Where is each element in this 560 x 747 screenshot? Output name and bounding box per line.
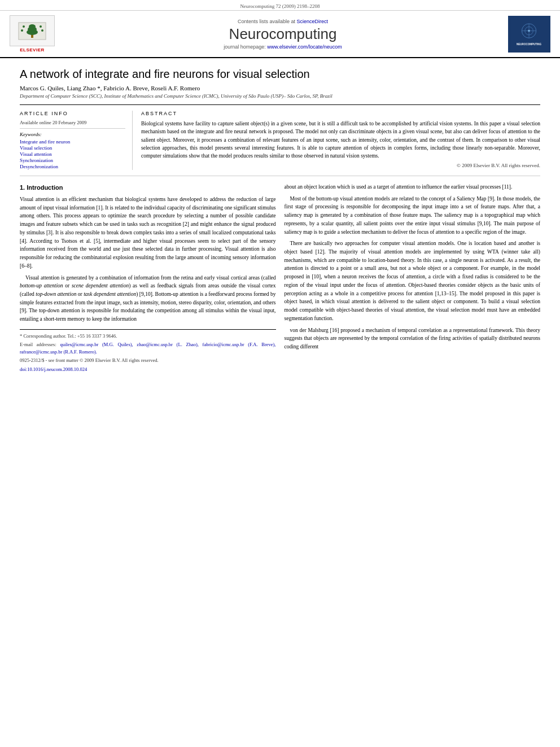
body-para-1: Visual attention is an efficient mechani… [20,195,276,270]
section-1-heading: 1. Introduction [20,183,276,193]
issn-line: 0925-2312/$ - see front matter © 2009 El… [20,357,276,364]
keyword-5[interactable]: Desynchronization [20,164,125,169]
body-para-r4: von der Malsburg [16] proposed a mechani… [285,326,541,351]
keyword-2[interactable]: Visual selection [20,145,125,151]
body-columns: 1. Introduction Visual attention is an e… [20,183,540,374]
elsevier-logo-container: ELSEVIER [7,15,58,53]
keyword-3[interactable]: Visual attention [20,151,125,157]
journal-volume: Neurocomputing 72 (2009) 2198–2208 [240,3,320,9]
neurocomputing-logo: NEUROCOMPUTING [508,16,550,53]
body-right-col: about an object location which is used a… [285,183,541,374]
homepage-prefix: journal homepage: [224,44,266,50]
svg-point-5 [29,24,36,29]
svg-point-7 [40,25,42,28]
journal-meta-bar: Neurocomputing 72 (2009) 2198–2208 [0,0,560,11]
neurocomputing-logo-container: NEUROCOMPUTING [508,16,553,53]
body-para-r3: There are basically two approaches for c… [285,239,541,322]
available-online: Available online 20 February 2009 [20,120,125,129]
doi-line: doi:10.1016/j.neucom.2008.10.024 [20,366,276,373]
authors-text: Marcos G. Quiles, Liang Zhao *, Fabricio… [20,85,200,91]
keyword-1[interactable]: Integrate and fire neuron [20,139,125,145]
keywords-section: Keywords: Integrate and fire neuron Visu… [20,132,125,169]
corresponding-author-note: * Corresponding author. Tel.: +55 16 333… [20,333,276,340]
contents-text: Contents lists available at [238,19,295,24]
svg-point-9 [41,29,43,32]
journal-title: Neurocomputing [63,25,502,43]
article-title: A network of integrate and fire neurons … [20,67,540,81]
abstract-col: ABSTRACT Biological systems have facilit… [141,111,540,170]
homepage-url[interactable]: www.elsevier.com/locate/neucom [267,44,342,50]
info-abstract-section: ARTICLE INFO Available online 20 Februar… [20,111,540,176]
footer-notes: * Corresponding author. Tel.: +55 16 333… [20,329,276,373]
elsevier-text: ELSEVIER [20,47,45,53]
email-line: E-mail addresses: quiles@icmc.usp.br (M.… [20,341,276,356]
copyright: © 2009 Elsevier B.V. All rights reserved… [141,163,540,168]
contents-available-line: Contents lists available at ScienceDirec… [63,19,502,24]
homepage-line: journal homepage: www.elsevier.com/locat… [63,44,502,50]
affiliation: Department of Computer Science (SCC), In… [20,93,540,99]
article-info-col: ARTICLE INFO Available online 20 Februar… [20,111,133,170]
article-title-section: A network of integrate and fire neurons … [20,67,540,105]
search-highlight: search [138,213,151,219]
science-direct-link[interactable]: ScienceDirect [297,19,329,24]
journal-header: ELSEVIER Contents lists available at Sci… [0,11,560,58]
doi-link[interactable]: doi:10.1016/j.neucom.2008.10.024 [20,366,87,372]
body-para-2: Visual attention is generated by a combi… [20,274,276,324]
elsevier-logo [10,15,55,46]
keywords-label: Keywords: [20,132,125,137]
article-info-heading: ARTICLE INFO [20,111,125,116]
abstract-heading: ABSTRACT [141,111,540,116]
keyword-4[interactable]: Synchronization [20,158,125,163]
authors: Marcos G. Quiles, Liang Zhao *, Fabricio… [20,85,540,91]
page: Neurocomputing 72 (2009) 2198–2208 [0,0,560,747]
neurocomputing-logo-icon: NEUROCOMPUTING [509,18,550,50]
abstract-text: Biological systems have facility to capt… [141,120,540,160]
body-para-r2: Most of the bottom-up visual attention m… [285,195,541,237]
elsevier-tree-icon [18,22,46,40]
email-addresses[interactable]: quiles@icmc.usp.br (M.G. Quiles), zhao@i… [20,342,275,355]
main-content: A network of integrate and fire neurons … [0,58,560,383]
body-para-r1: about an object location which is used a… [285,183,541,191]
svg-point-8 [21,29,23,32]
svg-point-6 [23,25,25,28]
svg-point-15 [528,29,530,32]
svg-text:NEUROCOMPUTING: NEUROCOMPUTING [517,42,541,45]
journal-center: Contents lists available at ScienceDirec… [58,19,508,50]
body-left-col: 1. Introduction Visual attention is an e… [20,183,276,374]
email-label: E-mail addresses: [20,342,56,347]
